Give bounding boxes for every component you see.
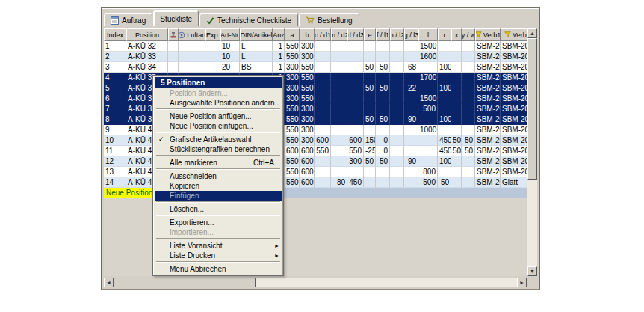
menu-item-kopieren[interactable]: Kopieren	[155, 181, 282, 191]
cell-g_l3: 68	[404, 62, 418, 73]
menu-item-alle-markieren[interactable]: Alle markierenCtrl+A	[155, 158, 282, 168]
column-header-verb2[interactable]: Verb	[501, 28, 527, 41]
menu-item-neue-position-anf-gen[interactable]: Neue Position anfügen...	[155, 111, 282, 121]
table-row[interactable]: 1A-KÜ 3210L15503001500SBM-20SBM-20 L	[104, 41, 527, 52]
column-header-index[interactable]: Index	[104, 28, 126, 41]
cell-f_l1	[376, 41, 390, 52]
column-header-m_d2[interactable]: m / d2	[331, 28, 347, 41]
tab-st-ckliste[interactable]: Stückliste	[153, 10, 199, 26]
cell-verb2: SBM-20	[501, 73, 527, 83]
column-header-e[interactable]: e	[364, 28, 376, 41]
column-header-label: e	[368, 31, 371, 39]
tab-auftrag[interactable]: Auftrag	[104, 13, 152, 26]
column-header-y_w[interactable]: y / w	[462, 28, 475, 41]
vertical-scrollbar[interactable]: ▲ ▼	[527, 28, 537, 276]
cell-y_w	[462, 177, 475, 188]
menu-item-st-cklistengrafiken-berechnen[interactable]: Stücklistengrafiken berechnen	[155, 144, 282, 154]
menu-item-label: Liste Drucken	[170, 251, 215, 260]
column-header-g_l3[interactable]: g / l3	[404, 28, 418, 41]
tab-label: Bestellung	[318, 16, 353, 25]
cell-b: 300	[300, 135, 315, 146]
horizontal-scroll-thumb[interactable]	[114, 278, 256, 287]
scroll-down-icon[interactable]: ▼	[527, 266, 537, 276]
menu-item-menu-abbrechen[interactable]: Menu Abbrechen	[155, 264, 282, 274]
menu-item-label: 5 Positionen	[161, 79, 205, 87]
cell-a: 550	[285, 104, 300, 114]
cell-b: 550	[300, 62, 315, 73]
menu-item-label: Ausschneiden	[170, 172, 217, 180]
menu-item-ausschneiden[interactable]: Ausschneiden	[155, 171, 282, 181]
column-header-r[interactable]: r	[438, 28, 451, 41]
cell-r	[438, 104, 451, 114]
menu-item-importieren: Importieren...	[155, 227, 282, 237]
column-header-h_l2[interactable]: h / l2	[390, 28, 404, 41]
column-header-flag[interactable]	[168, 28, 179, 41]
column-header-luftart[interactable]: Luftart	[179, 28, 205, 41]
cell-g_l3	[404, 177, 418, 188]
menu-item-neue-position-einf-gen[interactable]: Neue Position einfügen...	[155, 121, 282, 131]
menu-item-liste-voransicht[interactable]: Liste Voransicht►	[155, 241, 282, 251]
column-header-art_nr[interactable]: Art-Nr.	[220, 28, 240, 41]
table-row[interactable]: 2A-KÜ 3310L15503001600SBM-20SBM-20 L	[104, 52, 527, 62]
menu-item-grafische-artikelauswahl[interactable]: ✓Grafische Artikelauswahl	[155, 135, 282, 144]
column-header-label: b	[305, 31, 309, 39]
horizontal-scroll-track[interactable]	[114, 278, 517, 287]
column-header-position[interactable]: Position	[126, 28, 168, 41]
cell-a: 300	[285, 94, 300, 104]
cell-h_l2	[390, 135, 404, 146]
menu-item-ausgew-hlte-positionen-ndern[interactable]: Ausgewählte Positionen ändern..	[155, 98, 282, 108]
cell-exp	[205, 62, 220, 73]
column-header-f_l1[interactable]: f / l1	[376, 28, 390, 41]
cell-b: 300	[300, 125, 315, 135]
menu-item-liste-drucken[interactable]: Liste Drucken►	[155, 251, 282, 260]
scroll-right-icon[interactable]: ►	[517, 278, 527, 287]
tab-bestellung[interactable]: Bestellung	[299, 13, 359, 26]
column-header-anz[interactable]: Anz	[273, 28, 285, 41]
cell-a: 550	[285, 167, 300, 177]
column-header-b[interactable]: b	[300, 28, 315, 41]
cell-l: 1600	[418, 52, 438, 62]
menu-item-exportieren[interactable]: Exportieren...	[155, 218, 282, 227]
cell-x	[451, 177, 462, 188]
cell-verb2: SBM-20 L	[501, 41, 527, 52]
cell-x: 50	[451, 146, 462, 156]
column-header-d_d3[interactable]: d / d3	[347, 28, 364, 41]
menu-item-label: Position ändern...	[170, 89, 228, 97]
column-header-a[interactable]: a	[285, 28, 300, 41]
vertical-scroll-thumb[interactable]	[527, 38, 537, 180]
cell-flag	[168, 41, 179, 52]
cell-f_l1	[376, 73, 390, 83]
table-row[interactable]: 3A-KÜ 3420BS1300550505068100SBM-20SBM-20…	[104, 62, 527, 73]
tab-technische-checkliste[interactable]: Technische Checkliste	[199, 13, 298, 26]
cell-e	[364, 94, 376, 104]
horizontal-scrollbar[interactable]: ◄ ►	[104, 278, 527, 287]
column-header-exp[interactable]: Exp.	[205, 28, 220, 41]
menu-item-label: Ausgewählte Positionen ändern..	[170, 99, 279, 107]
column-header-l[interactable]: l	[418, 28, 438, 41]
cell-f_l1: 0	[376, 146, 390, 156]
cell-r: 50	[438, 177, 451, 188]
cell-exp	[205, 52, 220, 62]
column-header-verb1[interactable]: Verb1	[475, 28, 501, 41]
cell-y_w	[462, 125, 475, 135]
cell-d_d3	[347, 167, 364, 177]
cell-e	[364, 177, 376, 188]
column-header-label: d / d3	[347, 31, 364, 39]
cart-icon	[306, 16, 315, 25]
cell-h_l2	[390, 94, 404, 104]
cell-m_d2	[331, 83, 347, 94]
vertical-scroll-track[interactable]	[527, 38, 537, 266]
cell-e	[364, 104, 376, 114]
scroll-up-icon[interactable]: ▲	[527, 28, 537, 38]
column-header-label: a	[290, 31, 294, 39]
cell-a: 550	[285, 41, 300, 52]
column-header-x[interactable]: x	[451, 28, 462, 41]
scroll-left-icon[interactable]: ◄	[104, 278, 114, 287]
cell-f_l1	[376, 94, 390, 104]
submenu-arrow-icon: ►	[274, 251, 279, 260]
column-header-c_d1[interactable]: c / d1	[315, 28, 331, 41]
menu-item-l-schen[interactable]: Löschen...	[155, 204, 282, 214]
cell-r: 100	[438, 62, 451, 73]
column-header-din_artikel[interactable]: DIN/Artikel	[240, 28, 273, 41]
menu-item-label: Menu Abbrechen	[170, 265, 226, 273]
